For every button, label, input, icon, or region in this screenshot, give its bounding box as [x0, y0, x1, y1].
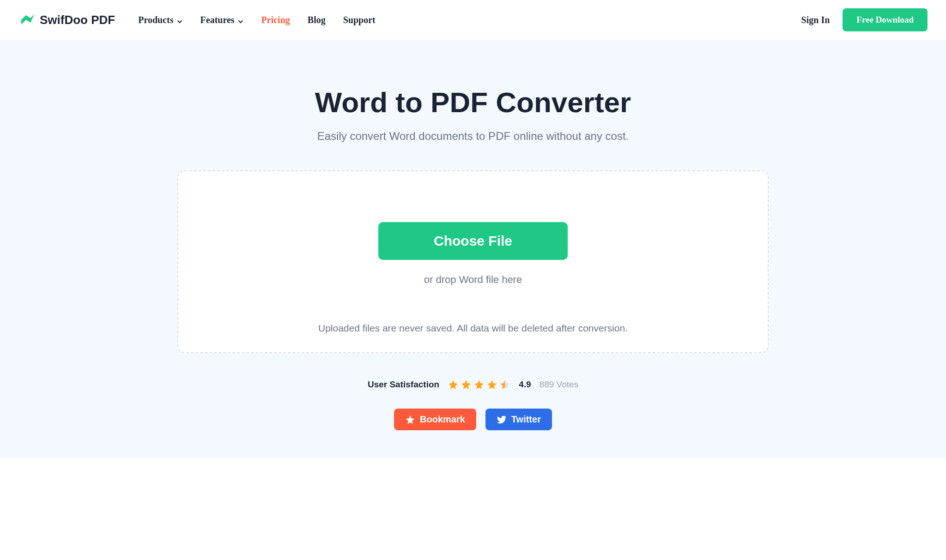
vote-count: 889 Votes [540, 379, 579, 390]
star-icon [461, 379, 472, 390]
nav-products[interactable]: Products [138, 15, 182, 25]
star-rating [448, 379, 510, 390]
header: SwifDoo PDF Products Features Pricing Bl… [0, 0, 946, 40]
twitter-label: Twitter [511, 414, 541, 425]
upload-dropzone[interactable]: Choose File or drop Word file here Uploa… [177, 170, 769, 353]
drop-hint-text: or drop Word file here [197, 274, 749, 286]
swifdoo-logo-icon [18, 12, 35, 28]
star-icon [405, 415, 415, 425]
choose-file-button[interactable]: Choose File [378, 222, 568, 260]
nav-blog-label: Blog [308, 15, 326, 25]
nav-features-label: Features [200, 15, 235, 25]
privacy-notice: Uploaded files are never saved. All data… [197, 323, 749, 334]
brand-text: SwifDoo PDF [40, 13, 115, 27]
star-half-icon [499, 379, 510, 390]
header-right: Sign In Free Download [801, 8, 928, 31]
star-icon [473, 379, 485, 390]
rating-score: 4.9 [519, 379, 531, 390]
twitter-button[interactable]: Twitter [485, 409, 552, 430]
bookmark-label: Bookmark [420, 414, 465, 425]
nav-support-label: Support [343, 15, 376, 25]
main-content: Word to PDF Converter Easily convert Wor… [0, 40, 946, 458]
chevron-down-icon [237, 17, 244, 23]
page-title: Word to PDF Converter [9, 86, 937, 119]
satisfaction-row: User Satisfaction 4.9 889 Votes [9, 379, 937, 390]
chevron-down-icon [176, 17, 183, 23]
nav-pricing[interactable]: Pricing [261, 15, 290, 25]
nav-pricing-label: Pricing [261, 15, 290, 25]
nav-support[interactable]: Support [343, 15, 376, 25]
logo[interactable]: SwifDoo PDF [18, 12, 115, 28]
nav-blog[interactable]: Blog [308, 15, 326, 25]
bookmark-button[interactable]: Bookmark [394, 409, 476, 430]
main-nav: Products Features Pricing Blog Support [138, 15, 376, 25]
nav-features[interactable]: Features [200, 15, 244, 25]
star-icon [448, 379, 459, 390]
share-buttons: Bookmark Twitter [9, 409, 937, 430]
star-icon [486, 379, 497, 390]
sign-in-link[interactable]: Sign In [801, 15, 830, 25]
twitter-icon [497, 415, 507, 425]
free-download-button[interactable]: Free Download [843, 8, 928, 31]
satisfaction-label: User Satisfaction [368, 379, 439, 390]
page-subtitle: Easily convert Word documents to PDF onl… [9, 130, 937, 143]
nav-products-label: Products [138, 15, 173, 25]
